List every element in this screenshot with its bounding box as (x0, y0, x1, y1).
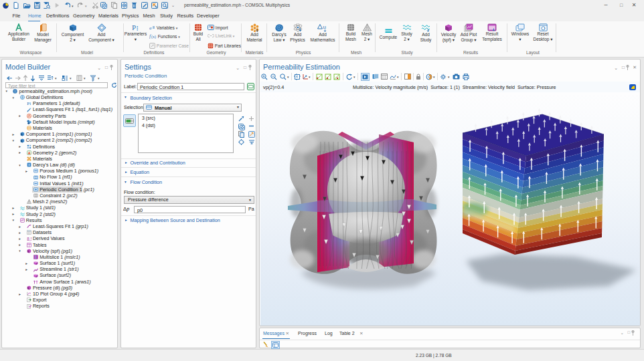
svg-text:a: a (149, 25, 152, 30)
svg-text:8,5: 8,5 (27, 237, 31, 241)
svg-text:(x): (x) (151, 35, 156, 39)
svg-text:P: P (132, 23, 136, 31)
svg-text:u: u (323, 24, 326, 30)
svg-text:P: P (27, 102, 29, 106)
